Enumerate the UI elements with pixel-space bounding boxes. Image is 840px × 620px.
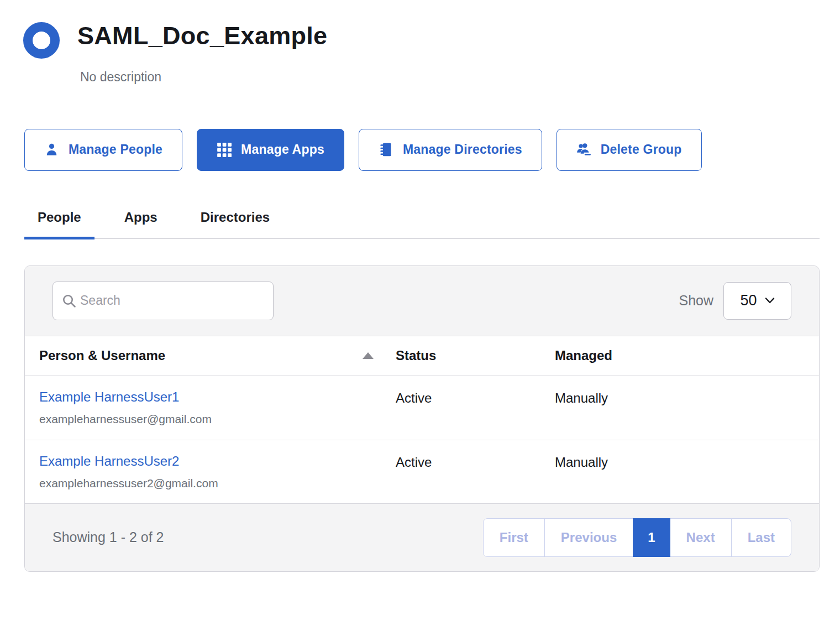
column-header-status[interactable]: Status bbox=[396, 348, 555, 363]
search-icon bbox=[61, 293, 77, 309]
tab-apps[interactable]: Apps bbox=[111, 210, 171, 238]
manage-people-button[interactable]: Manage People bbox=[24, 129, 182, 171]
page-title: SAML_Doc_Example bbox=[77, 22, 327, 50]
group-ring-icon bbox=[23, 22, 60, 59]
search-input[interactable] bbox=[80, 293, 265, 308]
search-box[interactable] bbox=[53, 282, 274, 320]
person-icon bbox=[44, 142, 59, 157]
column-header-person[interactable]: Person & Username bbox=[39, 348, 396, 363]
pagination-previous[interactable]: Previous bbox=[544, 518, 633, 557]
person-status: Active bbox=[396, 454, 555, 470]
sort-asc-icon bbox=[363, 352, 374, 359]
person-email: exampleharnessuser2@gmail.com bbox=[39, 477, 396, 490]
person-link[interactable]: Example HarnessUser2 bbox=[39, 454, 179, 468]
manage-apps-label: Manage Apps bbox=[241, 142, 324, 157]
person-link[interactable]: Example HarnessUser1 bbox=[39, 389, 179, 404]
person-managed: Manually bbox=[555, 389, 805, 406]
group-header: SAML_Doc_Example No description bbox=[23, 22, 840, 85]
people-panel: Show 50 Person & Username Status Managed… bbox=[24, 265, 820, 572]
tabs: People Apps Directories bbox=[24, 210, 820, 239]
person-email: exampleharnessuser@gmail.com bbox=[39, 413, 396, 426]
pagination-next[interactable]: Next bbox=[670, 518, 732, 557]
manage-people-label: Manage People bbox=[69, 142, 162, 157]
table-toolbar: Show 50 bbox=[25, 266, 819, 336]
person-managed: Manually bbox=[555, 454, 805, 470]
show-label: Show bbox=[679, 293, 713, 309]
manage-directories-button[interactable]: Manage Directories bbox=[359, 129, 542, 171]
tab-directories[interactable]: Directories bbox=[187, 210, 283, 238]
column-header-person-label: Person & Username bbox=[39, 348, 165, 363]
person-status: Active bbox=[396, 389, 555, 406]
directories-icon bbox=[379, 142, 393, 157]
action-buttons: Manage People Manage Apps Manage Directo… bbox=[24, 129, 840, 171]
manage-apps-button[interactable]: Manage Apps bbox=[197, 129, 344, 171]
page-size-value: 50 bbox=[740, 292, 757, 309]
pagination-page-1[interactable]: 1 bbox=[633, 518, 670, 557]
chevron-down-icon bbox=[765, 297, 775, 304]
delete-group-button[interactable]: Delete Group bbox=[556, 129, 702, 171]
tab-people[interactable]: People bbox=[24, 210, 95, 238]
table-footer: Showing 1 - 2 of 2 First Previous 1 Next… bbox=[25, 503, 819, 571]
pagination: First Previous 1 Next Last bbox=[483, 518, 791, 557]
table-header-row: Person & Username Status Managed bbox=[25, 336, 819, 376]
column-header-managed[interactable]: Managed bbox=[555, 348, 805, 363]
pagination-first[interactable]: First bbox=[483, 518, 545, 557]
manage-directories-label: Manage Directories bbox=[403, 142, 522, 157]
apps-grid-icon bbox=[217, 142, 232, 157]
table-row: Example HarnessUser2 exampleharnessuser2… bbox=[25, 440, 819, 503]
remove-user-icon bbox=[576, 142, 591, 157]
group-description: No description bbox=[80, 70, 327, 85]
results-summary: Showing 1 - 2 of 2 bbox=[53, 529, 164, 545]
delete-group-label: Delete Group bbox=[601, 142, 682, 157]
table-row: Example HarnessUser1 exampleharnessuser@… bbox=[25, 376, 819, 440]
page-size-select[interactable]: 50 bbox=[723, 282, 791, 320]
pagination-last[interactable]: Last bbox=[731, 518, 791, 557]
